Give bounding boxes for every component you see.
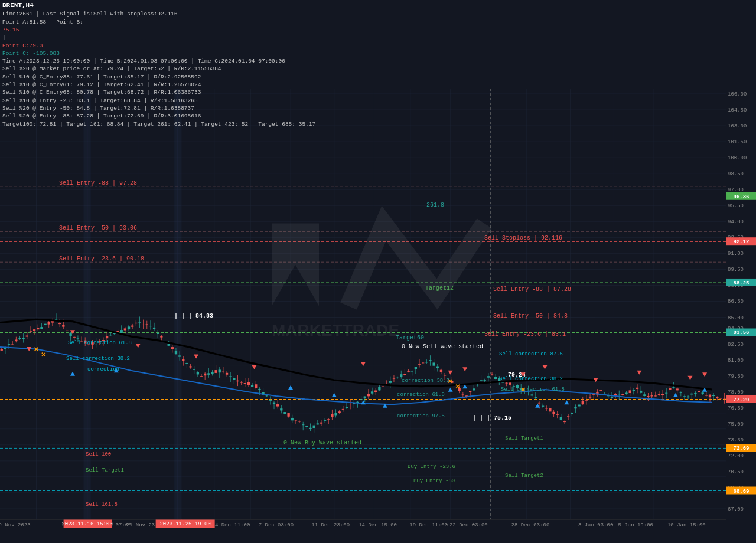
- info-line10: Sell %20 @ Entry -50: 84.8 | Target:72.8…: [2, 104, 315, 112]
- info-line2: Point A:81.58 | Point B:75.15 | Point C:…: [2, 18, 315, 50]
- info-line11: Sell %20 @ Entry -88: 87.28 | Target:72.…: [2, 112, 315, 120]
- chart-title: BRENT,H4: [2, 1, 315, 10]
- chart-container: MARKETTRADE BRENT,H4 Line:2661 | Last Si…: [0, 0, 756, 543]
- info-line9: Sell %10 @ Entry -23: 83.1 | Target:68.8…: [2, 97, 315, 104]
- info-line8: Sell %10 @ C_Entry68: 80.78 | Target:68.…: [2, 89, 315, 96]
- info-line6: Sell %10 @ C_Entry38: 77.61 | Target:35.…: [2, 73, 315, 81]
- info-line5: Sell %20 @ Market price or at: 79.24 | T…: [2, 65, 315, 73]
- info-line1: Line:2661 | Last Signal is:Sell with sto…: [2, 10, 315, 18]
- info-line7: Sell %10 @ C_Entry61: 79.12 | Target:62.…: [2, 81, 315, 89]
- info-overlay: BRENT,H4 Line:2661 | Last Signal is:Sell…: [2, 1, 315, 128]
- info-line4: Time A:2023.12.26 19:00:00 | Time B:2024…: [2, 57, 315, 65]
- info-line3: Point C: -105.088: [2, 50, 315, 57]
- info-line12: Target100: 72.81 | Target 161: 68.84 | T…: [2, 120, 315, 128]
